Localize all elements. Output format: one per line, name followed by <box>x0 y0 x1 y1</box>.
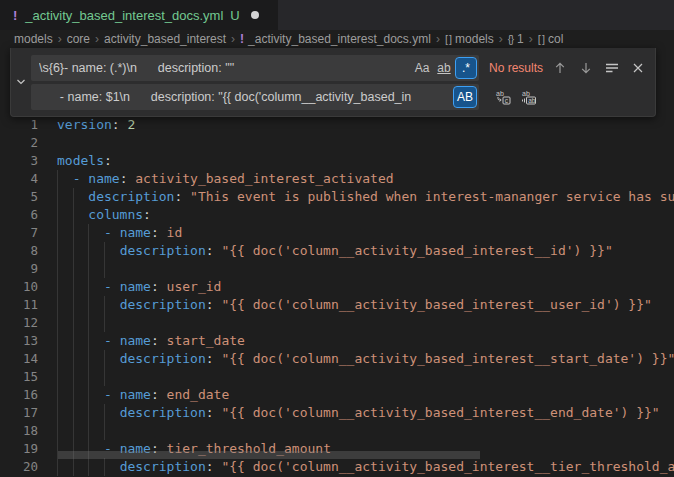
line-number[interactable]: 20 <box>0 458 38 476</box>
line-number[interactable]: 18 <box>0 422 38 440</box>
replace-input-wrap: AB <box>31 84 479 110</box>
find-status: No results <box>489 61 545 75</box>
indent-guide <box>73 260 74 278</box>
code-text: - name: user_id <box>57 278 221 296</box>
code-line[interactable]: 16 - name: end_date <box>0 386 674 404</box>
line-number[interactable]: 10 <box>0 278 38 296</box>
breadcrumb-item[interactable]: !_activity_based_interest_docs.yml <box>240 32 431 46</box>
breadcrumb-item[interactable]: [ ]col <box>538 32 564 46</box>
breadcrumb-item[interactable]: models <box>14 32 53 46</box>
find-replace-widget: Aa ab .* No results <box>10 48 656 117</box>
breadcrumb-item[interactable]: activity_based_interest <box>104 32 226 46</box>
code-text: - name: activity_based_interest_activate… <box>57 170 394 188</box>
arrow-down-icon <box>578 60 594 76</box>
replace-all-icon: ab ab <box>521 89 537 105</box>
code-line[interactable]: 8 description: "{{ doc('column__activity… <box>0 242 674 260</box>
breadcrumb-item-label: _activity_based_interest_docs.yml <box>248 32 431 46</box>
indent-guide <box>104 422 105 440</box>
code-line[interactable]: 4 - name: activity_based_interest_activa… <box>0 170 674 188</box>
next-match-button[interactable] <box>574 57 597 80</box>
line-number[interactable]: 9 <box>0 260 38 278</box>
yaml-file-icon: ! <box>240 32 244 46</box>
code-line[interactable]: 5 description: "This event is published … <box>0 188 674 206</box>
line-number[interactable]: 12 <box>0 314 38 332</box>
previous-match-button[interactable] <box>548 57 571 80</box>
code-line[interactable]: 20 description: "{{ doc('column__activit… <box>0 458 674 476</box>
code-text: description: "{{ doc('column__activity_b… <box>57 458 674 476</box>
line-number[interactable]: 17 <box>0 404 38 422</box>
code-line[interactable]: 7 - name: id <box>0 224 674 242</box>
indent-guide <box>57 260 58 278</box>
symbol-array-icon: [ ] <box>538 33 544 45</box>
breadcrumb-separator-icon: › <box>529 32 533 46</box>
code-line[interactable]: 11 description: "{{ doc('column__activit… <box>0 296 674 314</box>
indent-guide <box>104 314 105 332</box>
close-icon <box>630 60 646 76</box>
breadcrumb-separator-icon: › <box>436 32 440 46</box>
replace-input[interactable] <box>31 84 479 110</box>
line-number[interactable]: 15 <box>0 368 38 386</box>
preserve-case-toggle[interactable]: AB <box>454 87 476 107</box>
code-line[interactable]: 10 - name: user_id <box>0 278 674 296</box>
indent-guide <box>88 260 89 278</box>
line-number[interactable]: 19 <box>0 440 38 458</box>
close-button[interactable] <box>626 57 649 80</box>
find-widget-main: Aa ab .* No results <box>31 48 655 116</box>
code-text: - name: id <box>57 224 182 242</box>
line-number[interactable]: 1 <box>0 116 38 134</box>
code-line[interactable]: 15 <box>0 368 674 386</box>
unsaved-changes-dot-icon[interactable] <box>251 11 259 19</box>
code-line[interactable]: 3models: <box>0 152 674 170</box>
code-line[interactable]: 14 description: "{{ doc('column__activit… <box>0 350 674 368</box>
breadcrumb-item-label: core <box>67 32 90 46</box>
breadcrumb: models›core›activity_based_interest›!_ac… <box>0 30 674 48</box>
line-number[interactable]: 16 <box>0 386 38 404</box>
find-row: Aa ab .* No results <box>31 55 649 81</box>
line-number[interactable]: 8 <box>0 242 38 260</box>
match-case-toggle[interactable]: Aa <box>412 58 432 78</box>
whole-word-toggle[interactable]: ab <box>434 58 454 78</box>
replace-button[interactable]: ab c <box>491 86 514 109</box>
breadcrumb-item-label: activity_based_interest <box>104 32 226 46</box>
code-line[interactable]: 12 <box>0 314 674 332</box>
code-line[interactable]: 13 - name: start_date <box>0 332 674 350</box>
line-number[interactable]: 13 <box>0 332 38 350</box>
svg-text:ab: ab <box>528 97 536 104</box>
breadcrumb-separator-icon: › <box>231 32 235 46</box>
breadcrumb-separator-icon: › <box>58 32 62 46</box>
line-number[interactable]: 7 <box>0 224 38 242</box>
replace-all-button[interactable]: ab ab <box>517 86 540 109</box>
code-line[interactable]: 17 description: "{{ doc('column__activit… <box>0 404 674 422</box>
code-line[interactable]: 9 <box>0 260 674 278</box>
indent-guide <box>73 422 74 440</box>
breadcrumb-item[interactable]: [ ]models <box>445 32 494 46</box>
indent-guide <box>88 368 89 386</box>
horizontal-scrollbar[interactable] <box>58 451 480 459</box>
regex-toggle[interactable]: .* <box>456 58 476 78</box>
find-in-selection-button[interactable] <box>600 57 623 80</box>
vscode-window: { "colors": { "accent_blue": "#3DA0F5", … <box>0 0 674 477</box>
code-line[interactable]: 18 <box>0 422 674 440</box>
indent-guide <box>57 368 58 386</box>
line-number[interactable]: 5 <box>0 188 38 206</box>
indent-guide <box>88 314 89 332</box>
code-text: description: "This event is published wh… <box>57 188 674 206</box>
line-number[interactable]: 11 <box>0 296 38 314</box>
indent-guide <box>88 422 89 440</box>
code-text: - name: start_date <box>57 332 245 350</box>
code-text: description: "{{ doc('column__activity_b… <box>57 242 613 260</box>
toggle-replace-button[interactable] <box>11 48 31 116</box>
line-number[interactable]: 3 <box>0 152 38 170</box>
code-line[interactable]: 2 <box>0 134 674 152</box>
replace-icon: ab c <box>495 89 511 105</box>
line-number[interactable]: 2 <box>0 134 38 152</box>
breadcrumb-item[interactable]: {}1 <box>508 32 524 46</box>
line-number[interactable]: 4 <box>0 170 38 188</box>
git-status-badge: U <box>230 8 239 23</box>
code-line[interactable]: 6 columns: <box>0 206 674 224</box>
tab-active-file[interactable]: ! _activity_based_interest_docs.yml U <box>0 0 278 30</box>
code-line[interactable]: 1version: 2 <box>0 116 674 134</box>
breadcrumb-item[interactable]: core <box>67 32 90 46</box>
line-number[interactable]: 6 <box>0 206 38 224</box>
line-number[interactable]: 14 <box>0 350 38 368</box>
